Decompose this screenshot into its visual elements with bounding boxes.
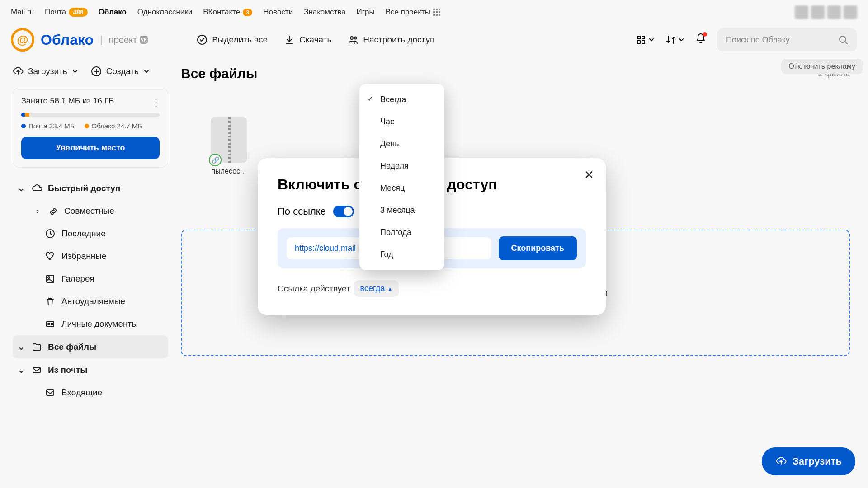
svg-rect-3	[637, 36, 640, 39]
sidebar-item-recent[interactable]: Последние	[13, 222, 168, 245]
caret-up-icon: ▲	[387, 286, 392, 291]
sidebar-item-label: Совместные	[64, 206, 114, 216]
link-toggle[interactable]	[333, 206, 354, 217]
share-button[interactable]: Настроить доступ	[348, 34, 434, 45]
plus-circle-icon	[91, 66, 102, 77]
svg-rect-15	[47, 390, 54, 395]
check-circle-icon	[197, 34, 208, 45]
sidebar-item-autodelete[interactable]: Автоудаляемые	[13, 290, 168, 313]
sidebar-item-label: Последние	[61, 229, 106, 239]
create-label: Создать	[106, 66, 139, 76]
nav-all-projects[interactable]: Все проекты	[386, 8, 440, 17]
sidebar-item-inbox[interactable]: Входящие	[13, 381, 168, 404]
nav-ok[interactable]: Одноклассники	[137, 8, 192, 17]
avatar	[827, 5, 841, 19]
chevron-down-icon: ⌄	[17, 365, 25, 375]
upload-cloud-icon	[13, 66, 24, 77]
dropdown-option-always[interactable]: Всегда	[359, 89, 444, 111]
shared-link-icon: 🔗	[209, 154, 222, 166]
svg-point-11	[48, 277, 50, 278]
upload-fab[interactable]: Загрузить	[762, 447, 855, 475]
sort-button[interactable]	[665, 34, 684, 45]
dropdown-option-year[interactable]: Год	[359, 244, 444, 266]
top-nav: Mail.ru Почта488 Облако Одноклассники ВК…	[0, 0, 868, 24]
create-button[interactable]: Создать	[91, 66, 150, 77]
expiry-label: Ссылка действует	[278, 284, 350, 294]
sidebar-item-label: Избранные	[61, 251, 106, 261]
sidebar-item-label: Входящие	[61, 388, 102, 398]
svg-point-13	[48, 323, 50, 325]
chevron-right-icon: ›	[33, 206, 42, 216]
upload-cloud-icon	[775, 455, 787, 467]
sidebar-item-all-files[interactable]: ⌄Все файлы	[13, 335, 168, 358]
nav-mailru[interactable]: Mail.ru	[11, 8, 34, 17]
sidebar-item-gallery[interactable]: Галерея	[13, 267, 168, 290]
search-icon	[838, 35, 848, 45]
upgrade-button[interactable]: Увеличить место	[21, 137, 160, 159]
upload-button[interactable]: Загрузить	[13, 66, 78, 77]
nav-mail[interactable]: Почта488	[45, 8, 88, 17]
svg-rect-4	[642, 36, 645, 39]
download-button[interactable]: Скачать	[284, 34, 331, 45]
nav-news[interactable]: Новости	[263, 8, 293, 17]
sidebar-item-shared[interactable]: ›Совместные	[13, 200, 168, 222]
download-label: Скачать	[299, 35, 331, 45]
nav-cloud[interactable]: Облако	[99, 8, 127, 17]
clock-icon	[45, 229, 55, 239]
legend-mail: Почта 33.4 МБ	[21, 122, 75, 130]
select-all-button[interactable]: Выделить все	[197, 34, 268, 45]
mail-badge: 488	[69, 8, 87, 17]
svg-point-1	[350, 37, 353, 39]
dropdown-option-month[interactable]: Месяц	[359, 177, 444, 199]
sidebar-item-from-mail[interactable]: ⌄Из почты	[13, 358, 168, 381]
share-label: Настроить доступ	[363, 35, 434, 45]
file-name: пылесос...	[206, 167, 251, 175]
sidebar-item-label: Личные документы	[61, 319, 138, 329]
vk-icon: VK	[140, 36, 148, 44]
view-button[interactable]	[636, 34, 655, 45]
select-all-label: Выделить все	[212, 35, 268, 45]
dropdown-option-day[interactable]: День	[359, 133, 444, 155]
app-header: @ Облако | проектVK Выделить все Скачать…	[0, 24, 868, 61]
nav-games[interactable]: Игры	[357, 8, 375, 17]
file-item[interactable]: 🔗 пылесос...	[206, 117, 251, 175]
chevron-down-icon: ⌄	[17, 183, 25, 193]
search-input[interactable]: Поиск по Облаку	[717, 28, 857, 51]
dropdown-option-halfyear[interactable]: Полгода	[359, 221, 444, 244]
logo-sep: |	[100, 34, 103, 46]
storage-more-button[interactable]: ⋮	[151, 96, 161, 109]
mail-icon	[32, 365, 42, 375]
nav-dating[interactable]: Знакомства	[304, 8, 345, 17]
avatar	[795, 5, 808, 19]
expiry-dropdown: Всегда Час День Неделя Месяц 3 месяца По…	[359, 84, 444, 270]
dropdown-option-3months[interactable]: 3 месяца	[359, 199, 444, 221]
page-title: Все файлы	[181, 66, 257, 81]
project-label: проектVK	[109, 35, 148, 45]
expiry-value: всегда	[360, 284, 385, 293]
storage-bar	[21, 113, 160, 117]
disable-ads-button[interactable]: Отключить рекламу	[781, 59, 863, 74]
topbar-avatars[interactable]	[795, 5, 857, 19]
logo[interactable]: @ Облако | проектVK	[11, 28, 148, 52]
sidebar-item-favorites[interactable]: Избранные	[13, 245, 168, 267]
expiry-select[interactable]: всегда▲	[354, 280, 399, 297]
download-icon	[284, 34, 295, 45]
sidebar-item-label: Автоудаляемые	[61, 296, 125, 306]
sidebar-item-quick-access[interactable]: ⌄Быстрый доступ	[13, 177, 168, 200]
chevron-down-icon	[648, 37, 655, 43]
dropdown-option-hour[interactable]: Час	[359, 111, 444, 133]
upload-fab-label: Загрузить	[793, 455, 842, 467]
copy-button[interactable]: Скопировать	[499, 236, 577, 260]
sidebar-item-docs[interactable]: Личные документы	[13, 313, 168, 335]
grid-icon	[636, 34, 646, 45]
nav-vk-label: ВКонтакте	[203, 8, 240, 17]
dropdown-option-week[interactable]: Неделя	[359, 155, 444, 177]
chevron-down-icon	[678, 37, 684, 43]
close-button[interactable]: ✕	[584, 168, 594, 182]
notifications-button[interactable]	[695, 33, 706, 47]
svg-point-0	[198, 35, 207, 44]
by-link-label: По ссылке	[278, 206, 326, 217]
nav-vk[interactable]: ВКонтакте3	[203, 8, 252, 17]
sidebar: Загрузить Создать Занято 58.1 МБ из 16 Г…	[0, 61, 181, 485]
storage-card: Занято 58.1 МБ из 16 ГБ ⋮ Почта 33.4 МБ …	[13, 88, 168, 168]
